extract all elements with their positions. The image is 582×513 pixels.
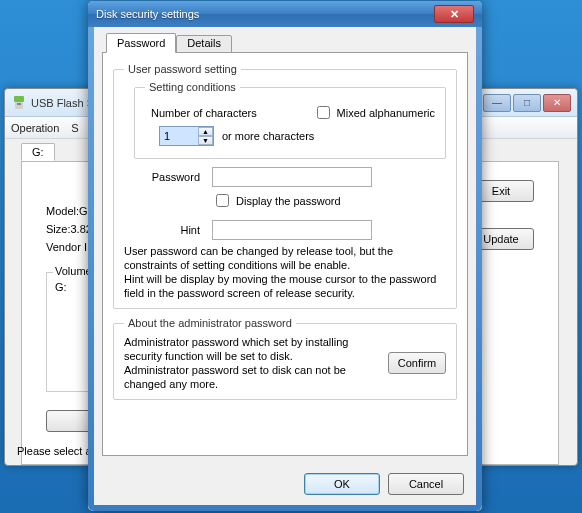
display-password-checkbox[interactable]: Display the password [212,191,341,210]
admin-password-group: About the administrator password Adminis… [113,317,457,400]
tabstrip: Password Details [106,33,468,53]
spin-down-button[interactable]: ▼ [198,136,213,145]
ok-button[interactable]: OK [304,473,380,495]
user-password-legend: User password setting [124,63,241,75]
bg-size: Size:3.82 [46,220,94,238]
minimize-button[interactable]: — [483,94,511,112]
usb-icon [11,95,27,111]
dialog-button-row: OK Cancel [304,473,464,495]
user-password-group: User password setting Setting conditions… [113,63,457,309]
tab-password[interactable]: Password [106,33,176,53]
or-more-label: or more characters [222,130,314,142]
svg-rect-0 [14,96,24,102]
bg-drive-tab[interactable]: G: [21,143,55,161]
hint-label: Hint [124,224,204,236]
close-icon: ✕ [450,8,459,21]
setting-conditions-legend: Setting conditions [145,81,240,93]
admin-text: Administrator password which set by inst… [124,335,378,391]
disk-security-dialog: Disk security settings ✕ Password Detail… [88,1,482,511]
mixed-alpha-checkbox[interactable]: Mixed alphanumeric [313,103,435,122]
cancel-button[interactable]: Cancel [388,473,464,495]
tab-body: User password setting Setting conditions… [102,52,468,456]
menu-s[interactable]: S [71,122,78,134]
mixed-alpha-input[interactable] [317,106,330,119]
bg-drive-info: Model:Ge Size:3.82 Vendor I [46,202,94,256]
menu-operation[interactable]: Operation [11,122,59,134]
svg-rect-2 [17,103,21,105]
display-password-input[interactable] [216,194,229,207]
confirm-button[interactable]: Confirm [388,352,446,374]
dialog-title: Disk security settings [96,8,434,20]
tab-details[interactable]: Details [176,35,232,53]
admin-password-legend: About the administrator password [124,317,296,329]
spin-up-button[interactable]: ▲ [198,127,213,136]
password-input[interactable] [212,167,372,187]
num-chars-label: Number of characters [151,107,257,119]
bg-model: Model:Ge [46,202,94,220]
dialog-titlebar: Disk security settings ✕ [88,1,482,27]
display-password-label: Display the password [236,195,341,207]
hint-input[interactable] [212,220,372,240]
setting-conditions-group: Setting conditions Number of characters … [134,81,446,159]
num-chars-input[interactable] [160,127,198,145]
bg-vendor: Vendor I [46,238,94,256]
num-chars-spinner[interactable]: ▲ ▼ [159,126,214,146]
mixed-alpha-label: Mixed alphanumeric [337,107,435,119]
password-label: Password [124,171,204,183]
close-button[interactable]: ✕ [543,94,571,112]
help-text: User password can be changed by release … [124,244,446,300]
dialog-close-button[interactable]: ✕ [434,5,474,23]
maximize-button[interactable]: □ [513,94,541,112]
